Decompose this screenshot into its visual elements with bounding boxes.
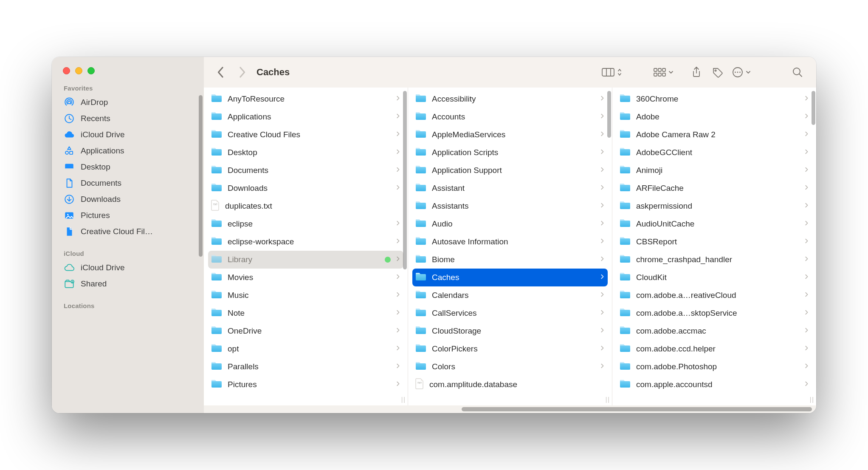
sidebar-item-shared[interactable]: Shared [58, 276, 198, 292]
list-item[interactable]: Pictures [208, 376, 403, 394]
file-icon: TXT [211, 200, 220, 213]
list-item[interactable]: Assistant [412, 179, 608, 197]
list-item[interactable]: 360Chrome [617, 90, 812, 108]
list-item[interactable]: com.apple.accountsd [617, 376, 812, 394]
column-scrollbar[interactable] [403, 91, 407, 329]
column-resize-handle[interactable]: || [810, 396, 814, 403]
folder-icon [619, 254, 631, 266]
folder-icon [415, 165, 427, 176]
list-item[interactable]: AudioUnitCache [617, 215, 812, 233]
sidebar-item-applications[interactable]: Applications [58, 143, 198, 159]
sidebar-item-documents[interactable]: Documents [58, 175, 198, 191]
list-item[interactable]: Library [208, 251, 403, 269]
list-item[interactable]: Creative Cloud Files [208, 126, 403, 144]
list-item[interactable]: Accessibility [412, 90, 608, 108]
list-item[interactable]: Application Support [412, 161, 608, 179]
list-item[interactable]: askpermissiond [617, 197, 812, 215]
list-item[interactable]: CallServices [412, 304, 608, 322]
list-item[interactable]: com.adobe.accmac [617, 322, 812, 340]
list-item[interactable]: Adobe [617, 108, 812, 126]
list-item[interactable]: eclipse [208, 215, 403, 233]
list-item[interactable]: Adobe Camera Raw 2 [617, 126, 812, 144]
back-button[interactable] [211, 63, 230, 82]
list-item[interactable]: com.adobe.Photoshop [617, 358, 812, 376]
list-item[interactable]: Caches [412, 269, 608, 286]
list-item[interactable]: Note [208, 304, 403, 322]
view-columns-button[interactable] [599, 63, 624, 82]
list-item[interactable]: Parallels [208, 358, 403, 376]
list-item[interactable]: Accounts [412, 108, 608, 126]
chevron-right-icon [396, 381, 400, 388]
close-button[interactable] [63, 67, 70, 74]
horizontal-scrollbar[interactable] [204, 405, 816, 413]
column-scrollbar[interactable] [607, 91, 611, 329]
list-item[interactable]: TXTduplicates.txt [208, 197, 403, 215]
item-name: OneDrive [228, 326, 391, 336]
list-item[interactable]: com.adobe.ccd.helper [617, 340, 812, 358]
list-item[interactable]: Autosave Information [412, 233, 608, 251]
sidebar-item-pictures[interactable]: Pictures [58, 207, 198, 224]
list-item[interactable]: OneDrive [208, 322, 403, 340]
list-item[interactable]: ARFileCache [617, 179, 812, 197]
sidebar-item-recents[interactable]: Recents [58, 110, 198, 127]
maximize-button[interactable] [87, 67, 95, 74]
list-item[interactable]: Colors [412, 358, 608, 376]
chevron-right-icon [396, 149, 400, 156]
list-item[interactable]: eclipse-workspace [208, 233, 403, 251]
chevron-right-icon [804, 95, 809, 103]
list-item[interactable]: Documents [208, 161, 403, 179]
sidebar-item-creative-cloud-fil-[interactable]: Creative Cloud Fil… [58, 224, 198, 240]
item-name: Creative Cloud Files [228, 130, 391, 139]
finder-window: FavoritesAirDropRecentsiCloud DriveAppli… [52, 57, 816, 413]
list-item[interactable]: CBSReport [617, 233, 812, 251]
share-button[interactable] [687, 63, 706, 82]
item-name: Pictures [228, 380, 391, 389]
list-item[interactable]: Assistants [412, 197, 608, 215]
list-item[interactable]: Desktop [208, 144, 403, 161]
list-item[interactable]: com.adobe.a…sktopService [617, 304, 812, 322]
sidebar-item-icloud-drive[interactable]: iCloud Drive [58, 260, 198, 276]
svg-text:TXT: TXT [213, 203, 217, 206]
column-resize-handle[interactable]: || [606, 396, 610, 403]
list-item[interactable]: Biome [412, 251, 608, 269]
list-item[interactable]: Calendars [412, 286, 608, 304]
column-resize-handle[interactable]: || [401, 396, 406, 403]
svg-text:TXT: TXT [417, 382, 421, 384]
tags-button[interactable] [708, 63, 727, 82]
list-item[interactable]: chrome_crashpad_handler [617, 251, 812, 269]
list-item[interactable]: Downloads [208, 179, 403, 197]
list-item[interactable]: Music [208, 286, 403, 304]
chevron-right-icon [804, 363, 809, 371]
list-item[interactable]: Movies [208, 269, 403, 286]
minimize-button[interactable] [75, 67, 82, 74]
sidebar-scrollbar[interactable] [199, 95, 203, 282]
chevron-right-icon [396, 363, 400, 371]
sidebar-item-icloud-drive[interactable]: iCloud Drive [58, 127, 198, 143]
svg-point-23 [735, 72, 736, 73]
list-item[interactable]: AnyToResource [208, 90, 403, 108]
more-button[interactable] [730, 63, 753, 82]
search-button[interactable] [788, 63, 807, 82]
group-button[interactable] [651, 63, 676, 82]
list-item[interactable]: Animoji [617, 161, 812, 179]
forward-button[interactable] [233, 63, 251, 82]
list-item[interactable]: Application Scripts [412, 144, 608, 161]
list-item[interactable]: Applications [208, 108, 403, 126]
sidebar-item-downloads[interactable]: Downloads [58, 191, 198, 207]
list-item[interactable]: TXTcom.amplitude.database [412, 376, 608, 394]
list-item[interactable]: AppleMediaServices [412, 126, 608, 144]
sidebar-item-desktop[interactable]: Desktop [58, 159, 198, 175]
sidebar-item-airdrop[interactable]: AirDrop [58, 94, 198, 110]
folder-icon [619, 326, 631, 337]
list-item[interactable]: ColorPickers [412, 340, 608, 358]
folder-icon [619, 343, 631, 355]
file-icon: TXT [415, 378, 424, 391]
list-item[interactable]: AdobeGCClient [617, 144, 812, 161]
list-item[interactable]: com.adobe.a…reativeCloud [617, 286, 812, 304]
list-item[interactable]: opt [208, 340, 403, 358]
list-item[interactable]: CloudStorage [412, 322, 608, 340]
chevron-right-icon [396, 113, 400, 121]
list-item[interactable]: CloudKit [617, 269, 812, 286]
column-scrollbar[interactable] [812, 91, 815, 329]
list-item[interactable]: Audio [412, 215, 608, 233]
